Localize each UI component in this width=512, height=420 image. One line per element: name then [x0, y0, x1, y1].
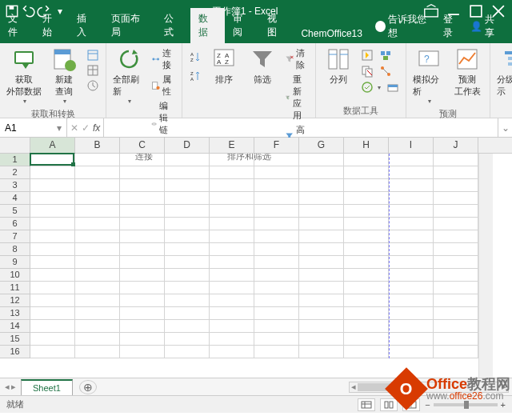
cell[interactable] — [120, 192, 165, 205]
cell[interactable] — [434, 166, 478, 179]
add-sheet-button[interactable]: ⊕ — [79, 380, 97, 394]
cell[interactable] — [165, 179, 210, 192]
cell[interactable] — [254, 218, 299, 230]
cell[interactable] — [254, 282, 299, 294]
cell[interactable] — [30, 269, 75, 282]
tell-me[interactable]: 告诉我您想 — [370, 10, 438, 43]
cell[interactable] — [75, 243, 120, 256]
cell[interactable] — [434, 333, 478, 346]
row-header[interactable]: 5 — [0, 205, 30, 218]
cell[interactable] — [75, 269, 120, 282]
cell[interactable] — [299, 243, 344, 256]
cell[interactable] — [389, 294, 434, 307]
reapply-button[interactable]: 重新应用 — [283, 73, 310, 122]
cell[interactable] — [75, 179, 120, 192]
row-header[interactable]: 12 — [0, 294, 30, 307]
row-header[interactable]: 16 — [0, 346, 30, 358]
formula-input[interactable] — [104, 118, 498, 137]
cell[interactable] — [389, 320, 434, 333]
cell[interactable] — [254, 230, 299, 243]
cell[interactable] — [165, 346, 210, 358]
cell[interactable] — [299, 269, 344, 282]
col-header[interactable]: A — [30, 138, 75, 154]
cell[interactable] — [344, 256, 389, 269]
cell[interactable] — [210, 346, 254, 358]
cell[interactable] — [75, 346, 120, 358]
cell[interactable] — [254, 269, 299, 282]
cell[interactable] — [165, 218, 210, 230]
new-query-button[interactable]: 新建 查询▾ — [46, 45, 82, 106]
consolidate-button[interactable] — [378, 48, 394, 62]
cell[interactable] — [210, 205, 254, 218]
cell[interactable] — [254, 166, 299, 179]
cell[interactable] — [299, 320, 344, 333]
tab-data[interactable]: 数据 — [190, 8, 225, 43]
outline-button[interactable]: 分级显示▾ — [495, 45, 512, 106]
cell[interactable] — [389, 218, 434, 230]
cell[interactable] — [434, 307, 478, 320]
tab-file[interactable]: 文件 — [0, 8, 34, 43]
cell[interactable] — [30, 179, 75, 192]
properties-button[interactable]: 属性 — [150, 73, 177, 98]
cell[interactable] — [210, 179, 254, 192]
row-header[interactable]: 15 — [0, 333, 30, 346]
cell[interactable] — [434, 154, 478, 166]
row-header[interactable]: 14 — [0, 320, 30, 333]
cell[interactable] — [75, 307, 120, 320]
cell[interactable] — [344, 333, 389, 346]
sheet-nav-next-icon[interactable]: ▸ — [11, 382, 16, 392]
expand-formula-icon[interactable]: ⌄ — [498, 118, 512, 137]
cell[interactable] — [120, 256, 165, 269]
cell[interactable] — [210, 218, 254, 230]
row-header[interactable]: 1 — [0, 154, 30, 166]
cell[interactable] — [299, 282, 344, 294]
get-external-data-button[interactable]: 获取 外部数据▾ — [5, 45, 43, 106]
cell[interactable] — [344, 307, 389, 320]
cell[interactable] — [210, 320, 254, 333]
cell[interactable] — [389, 346, 434, 358]
cell[interactable] — [30, 256, 75, 269]
cell[interactable] — [434, 205, 478, 218]
cell[interactable] — [30, 243, 75, 256]
col-header[interactable]: B — [75, 138, 120, 154]
enter-formula-icon[interactable]: ✓ — [82, 122, 90, 134]
cell[interactable] — [434, 294, 478, 307]
cell[interactable] — [434, 282, 478, 294]
cell[interactable] — [165, 256, 210, 269]
cell[interactable] — [210, 307, 254, 320]
col-header[interactable]: H — [344, 138, 389, 154]
cell[interactable] — [254, 205, 299, 218]
cell[interactable] — [30, 294, 75, 307]
cell[interactable] — [75, 230, 120, 243]
scroll-left-icon[interactable]: ◂ — [351, 382, 356, 392]
cell[interactable] — [30, 205, 75, 218]
cell[interactable] — [30, 154, 75, 166]
cell[interactable] — [434, 320, 478, 333]
fx-icon[interactable]: fx — [93, 122, 100, 134]
cell[interactable] — [210, 269, 254, 282]
forecast-sheet-button[interactable]: 预测 工作表 — [450, 45, 485, 99]
cell[interactable] — [210, 282, 254, 294]
cell[interactable] — [389, 307, 434, 320]
row-header[interactable]: 4 — [0, 192, 30, 205]
tab-review[interactable]: 审阅 — [225, 8, 259, 43]
name-box[interactable]: A1▾ — [0, 118, 67, 137]
cell[interactable] — [165, 307, 210, 320]
cell[interactable] — [434, 218, 478, 230]
col-header[interactable]: G — [299, 138, 344, 154]
row-header[interactable]: 10 — [0, 269, 30, 282]
cell[interactable] — [434, 243, 478, 256]
cell[interactable] — [299, 256, 344, 269]
cell[interactable] — [389, 269, 434, 282]
cell[interactable] — [120, 166, 165, 179]
flash-fill-button[interactable] — [359, 48, 375, 62]
cell[interactable] — [254, 333, 299, 346]
share-button[interactable]: 👤共享 — [466, 10, 507, 43]
cell[interactable] — [210, 192, 254, 205]
cell[interactable] — [30, 320, 75, 333]
from-table-button[interactable] — [85, 63, 101, 78]
tab-view[interactable]: 视图 — [259, 8, 294, 43]
cell[interactable] — [344, 154, 389, 166]
select-all-corner[interactable] — [0, 138, 30, 154]
cell[interactable] — [344, 294, 389, 307]
